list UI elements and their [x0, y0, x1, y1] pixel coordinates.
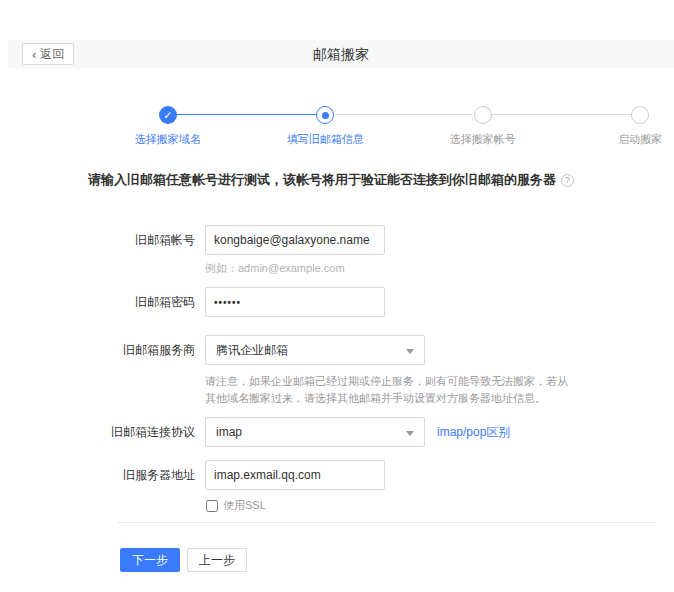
- provider-select-value: 腾讯企业邮箱: [216, 343, 288, 357]
- active-step-dot-icon: [322, 112, 329, 119]
- step-label: 填写旧邮箱信息: [287, 132, 364, 147]
- old-account-label: 旧邮箱帐号: [0, 225, 195, 255]
- next-step-button[interactable]: 下一步: [120, 548, 180, 572]
- page-title: 邮箱搬家: [8, 40, 674, 68]
- provider-row: 旧邮箱服务商 腾讯企业邮箱 请注意，如果企业邮箱已经过期或停止服务，则有可能导致…: [0, 335, 568, 407]
- step-done-circle: ✓: [159, 106, 177, 124]
- use-ssl-checkbox[interactable]: [206, 500, 218, 512]
- server-address-label: 旧服务器地址: [0, 460, 195, 490]
- stepper-connector: [335, 114, 473, 115]
- step-label: 选择搬家帐号: [450, 132, 516, 147]
- step-pending-circle: [474, 106, 492, 124]
- protocol-select[interactable]: imap: [205, 417, 425, 447]
- provider-select[interactable]: 腾讯企业邮箱: [205, 335, 425, 365]
- step-fill-old-mailbox-info: 填写旧邮箱信息: [247, 98, 405, 147]
- top-bar: ‹ 返回 邮箱搬家: [8, 40, 674, 68]
- old-account-hint: 例如：admin@example.com: [205, 261, 385, 276]
- server-address-row: 旧服务器地址 使用SSL: [0, 460, 385, 513]
- use-ssl-label: 使用SSL: [223, 498, 266, 513]
- provider-warning-line2: 其他域名搬家过来，请选择其他邮箱并手动设置对方服务器地址信息。: [205, 390, 568, 407]
- old-account-input[interactable]: [205, 225, 385, 255]
- stepper-connector-done: [177, 114, 316, 115]
- step-choose-domain: ✓ 选择搬家域名: [89, 98, 247, 147]
- step-label: 启动搬家: [618, 132, 662, 147]
- step-active-circle: [316, 106, 334, 124]
- previous-step-button[interactable]: 上一步: [187, 548, 247, 572]
- help-question-icon[interactable]: ?: [561, 174, 574, 187]
- imap-pop-difference-link[interactable]: imap/pop区别: [437, 417, 510, 447]
- protocol-select-value: imap: [216, 425, 242, 439]
- footer-divider: [118, 522, 656, 523]
- stepper-connector: [492, 114, 631, 115]
- check-icon: ✓: [163, 110, 172, 121]
- provider-warning: 请注意，如果企业邮箱已经过期或停止服务，则有可能导致无法搬家，若从 其他域名搬家…: [205, 373, 568, 407]
- step-start-migration: 启动搬家: [562, 98, 674, 147]
- protocol-label: 旧邮箱连接协议: [0, 417, 195, 447]
- footer-actions: 下一步 上一步: [120, 548, 247, 572]
- step-pending-circle: [631, 106, 649, 124]
- server-address-input[interactable]: [205, 460, 385, 490]
- step-choose-accounts: 选择搬家帐号: [404, 98, 562, 147]
- old-password-label: 旧邮箱密码: [0, 287, 195, 317]
- provider-label: 旧邮箱服务商: [0, 335, 195, 365]
- instruction-text: 请输入旧邮箱任意帐号进行测试，该帐号将用于验证能否连接到你旧邮箱的服务器: [88, 171, 556, 189]
- wizard-stepper: ✓ 选择搬家域名 填写旧邮箱信息 选择搬家帐号 启动搬家: [89, 98, 674, 150]
- instruction-row: 请输入旧邮箱任意帐号进行测试，该帐号将用于验证能否连接到你旧邮箱的服务器 ?: [88, 171, 574, 189]
- old-password-row: 旧邮箱密码: [0, 287, 385, 317]
- old-account-row: 旧邮箱帐号 例如：admin@example.com: [0, 225, 385, 276]
- chevron-down-icon: [406, 431, 414, 436]
- provider-warning-line1: 请注意，如果企业邮箱已经过期或停止服务，则有可能导致无法搬家，若从: [205, 373, 568, 390]
- step-label: 选择搬家域名: [135, 132, 201, 147]
- protocol-row: 旧邮箱连接协议 imap imap/pop区别: [0, 417, 510, 447]
- email-migration-page: ‹ 返回 邮箱搬家 ✓ 选择搬家域名 填写旧邮箱信息 选择搬: [0, 0, 674, 592]
- old-password-input[interactable]: [205, 287, 385, 317]
- chevron-down-icon: [406, 349, 414, 354]
